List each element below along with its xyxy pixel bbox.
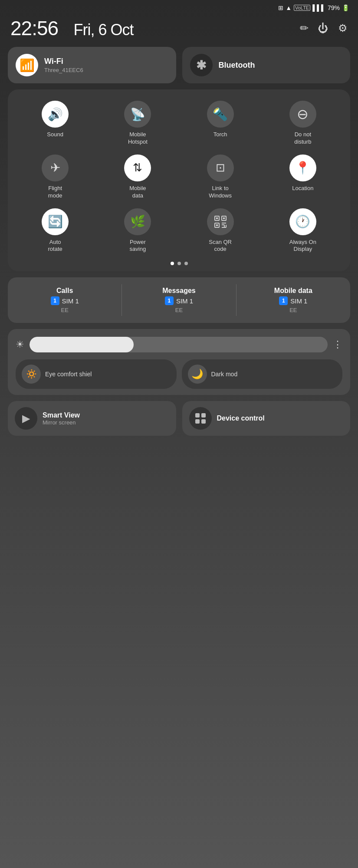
location-icon: 📍 [295,161,310,175]
header-row: 22:56 Fri, 6 Oct ✏ ⏻ ⚙ [0,13,358,47]
comfort-row: 🔅 Eye comfort shiel 🌙 Dark mod [16,359,342,389]
hotspot-label: MobileHotspot [128,131,148,146]
datetime-display: 22:56 Fri, 6 Oct [10,16,133,40]
dnd-icon: ⊖ [297,106,309,122]
svg-rect-12 [201,413,206,418]
scanqr-icon-circle [207,208,234,235]
smart-view-label-group: Smart View Mirror screen [43,411,80,426]
smart-view-icon-circle: ▶ [15,407,37,430]
bluetooth-status-icon: ⊞ [278,4,283,11]
dark-mode-button[interactable]: 🌙 Dark mod [182,359,343,389]
bluetooth-icon-circle: ✱ [190,54,213,76]
messages-carrier: EE [175,307,183,313]
svg-rect-3 [216,217,218,219]
bluetooth-label: Bluetooth [219,61,255,70]
linktows-icon: ⊡ [216,161,225,174]
dot-2 [177,262,181,265]
edit-icon[interactable]: ✏ [300,22,309,34]
bluetooth-toggle[interactable]: ✱ Bluetooth [182,47,351,83]
quick-item-hotspot[interactable]: 📡 MobileHotspot [97,98,178,148]
powersaving-icon: 🌿 [130,214,145,229]
bluetooth-label-group: Bluetooth [219,61,255,70]
wifi-status-icon: ▲ [286,4,292,11]
quick-item-linktows[interactable]: ⊡ Link toWindows [180,152,261,202]
brightness-more-icon[interactable]: ⋮ [333,339,342,350]
date-display: Fri, 6 Oct [73,21,133,39]
mobiledata-sim-row: 1 SIM 1 [279,296,307,305]
quick-item-scanqr[interactable]: Scan QRcode [180,206,261,256]
mobiledata-icon-circle: ⇅ [124,155,151,181]
calls-carrier: EE [61,307,68,313]
smart-view-label: Smart View [43,411,80,419]
device-control-button[interactable]: Device control [182,401,351,436]
wifi-icon: 📶 [20,58,35,72]
svg-rect-13 [195,419,200,424]
quick-item-dnd[interactable]: ⊖ Do notdisturb [263,98,343,148]
sound-label: Sound [47,131,63,138]
flight-icon-circle: ✈ [42,155,69,181]
device-control-icon-circle [189,407,212,430]
pagination-dots [15,262,343,265]
linktows-label: Link toWindows [209,185,232,200]
brightness-fill [30,337,134,352]
quick-grid: 🔊 Sound 📡 MobileHotspot 🔦 Torch ⊖ Do not… [15,98,343,256]
aod-icon: 🕐 [295,214,310,229]
sim-panel: Calls 1 SIM 1 EE Messages 1 SIM 1 EE Mob… [8,277,350,323]
svg-rect-4 [223,217,225,219]
aod-label: Always OnDisplay [289,239,316,253]
scanqr-label: Scan QRcode [209,239,232,253]
sim-messages-section[interactable]: Messages 1 SIM 1 EE [122,284,236,316]
status-icons: ⊞ ▲ VoLTE ▌▌▌ 79% 🔋 [278,4,349,11]
mobiledata-sim-badge: 1 [279,296,288,305]
flight-label: Flightmode [48,185,62,200]
smart-view-icon: ▶ [22,412,30,424]
messages-sim-row: 1 SIM 1 [165,296,193,305]
autorotate-label: Autorotate [48,239,62,253]
brightness-track[interactable] [30,337,328,352]
quick-item-mobiledata[interactable]: ⇅ Mobiledata [97,152,178,202]
svg-rect-11 [195,413,200,418]
quick-item-torch[interactable]: 🔦 Torch [180,98,261,148]
quick-item-flight[interactable]: ✈ Flightmode [15,152,95,202]
device-control-icon [195,413,206,424]
svg-rect-14 [201,419,206,424]
calls-sim-name: SIM 1 [62,297,79,305]
dnd-icon-circle: ⊖ [289,101,316,128]
settings-icon[interactable]: ⚙ [338,22,348,34]
sim-calls-section[interactable]: Calls 1 SIM 1 EE [8,284,122,316]
brightness-panel: ☀ ⋮ 🔅 Eye comfort shiel 🌙 Dark mod [8,329,350,395]
brightness-row: ☀ ⋮ [16,337,342,352]
linktows-icon-circle: ⊡ [207,155,234,181]
messages-sim-badge: 1 [165,296,174,305]
dnd-label: Do notdisturb [294,131,311,146]
dark-mode-icon-circle: 🌙 [188,365,207,384]
smart-view-sublabel: Mirror screen [43,419,80,426]
device-control-label-group: Device control [217,414,265,422]
quick-item-powersaving[interactable]: 🌿 Powersaving [97,206,178,256]
wifi-label-group: Wi-Fi Three_41EEC6 [44,57,83,73]
sim-mobiledata-section[interactable]: Mobile data 1 SIM 1 EE [236,284,350,316]
battery-text: 79% [328,4,340,11]
smart-view-button[interactable]: ▶ Smart View Mirror screen [8,401,176,436]
powersaving-icon-circle: 🌿 [124,208,151,235]
battery-icon: 🔋 [342,4,349,11]
quick-item-sound[interactable]: 🔊 Sound [15,98,95,148]
network-icon: VoLTE [294,5,310,11]
quick-item-location[interactable]: 📍 Location [263,152,343,202]
location-label: Location [292,185,313,192]
quick-item-aod[interactable]: 🕐 Always OnDisplay [263,206,343,256]
wifi-toggle[interactable]: 📶 Wi-Fi Three_41EEC6 [8,47,176,83]
eye-comfort-label: Eye comfort shiel [45,371,92,378]
power-icon[interactable]: ⏻ [318,22,328,34]
eye-comfort-icon-circle: 🔅 [22,365,41,384]
bluetooth-icon: ✱ [196,58,206,72]
eye-comfort-button[interactable]: 🔅 Eye comfort shiel [16,359,177,389]
wifi-label: Wi-Fi [44,57,83,66]
torch-icon-circle: 🔦 [207,101,234,128]
dark-mode-icon: 🌙 [191,368,203,380]
aod-icon-circle: 🕐 [289,208,316,235]
messages-sim-name: SIM 1 [176,297,193,305]
quick-item-autorotate[interactable]: 🔄 Autorotate [15,206,95,256]
torch-icon: 🔦 [213,107,228,122]
powersaving-label: Powersaving [130,239,146,253]
